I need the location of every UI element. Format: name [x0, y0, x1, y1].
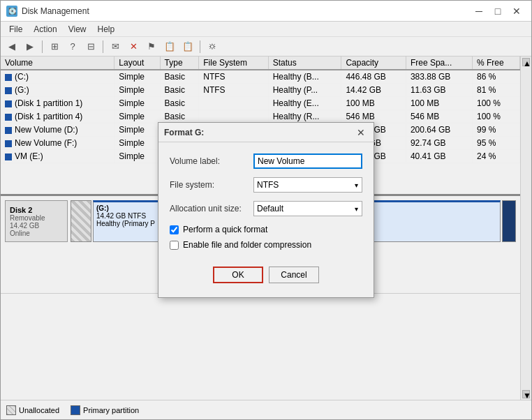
- cancel-button[interactable]: Cancel: [269, 267, 319, 283]
- alloc-control: Default 512 1024 2048 4096: [253, 201, 362, 216]
- compression-checkbox[interactable]: [170, 241, 179, 250]
- file-system-row: File system: NTFS FAT32 exFAT: [170, 177, 362, 193]
- volume-label-row: Volume label:: [170, 153, 362, 169]
- modal-buttons: OK Cancel: [170, 261, 362, 286]
- file-system-label-text: File system:: [170, 180, 253, 190]
- volume-label-control: [253, 153, 362, 169]
- alloc-row: Allocation unit size: Default 512 1024 2…: [170, 201, 362, 216]
- compression-row: Enable file and folder compression: [170, 240, 362, 250]
- compression-label: Enable file and folder compression: [183, 240, 311, 250]
- quick-format-checkbox[interactable]: [170, 225, 179, 234]
- file-system-control: NTFS FAT32 exFAT: [253, 177, 362, 193]
- modal-body: Volume label: File system: NTFS FAT32 ex…: [158, 142, 374, 297]
- alloc-label-text: Allocation unit size:: [170, 204, 253, 213]
- modal-title-bar: Format G: ✕: [158, 123, 374, 142]
- modal-title: Format G:: [164, 128, 204, 137]
- ok-button[interactable]: OK: [213, 267, 263, 283]
- format-dialog: Format G: ✕ Volume label: File system: N…: [158, 122, 374, 298]
- checkboxes-area: Perform a quick format Enable file and f…: [170, 225, 362, 250]
- file-system-select[interactable]: NTFS FAT32 exFAT: [253, 177, 362, 193]
- modal-close-button[interactable]: ✕: [354, 126, 368, 139]
- quick-format-row: Perform a quick format: [170, 225, 362, 234]
- volume-label-input[interactable]: [253, 153, 362, 169]
- alloc-select[interactable]: Default 512 1024 2048 4096: [253, 201, 362, 216]
- modal-overlay: Format G: ✕ Volume label: File system: N…: [0, 0, 532, 420]
- quick-format-label: Perform a quick format: [183, 225, 267, 234]
- volume-label-text: Volume label:: [170, 156, 253, 166]
